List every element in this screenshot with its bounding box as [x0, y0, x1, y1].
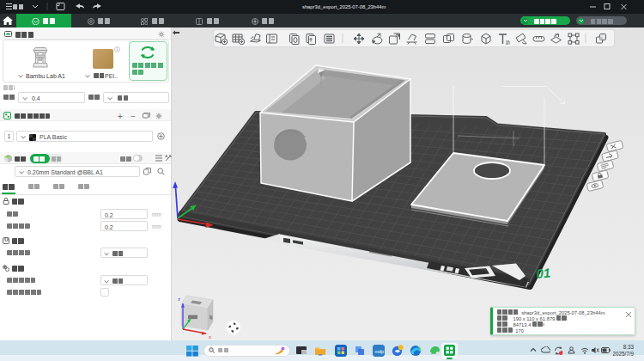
svg-text:x: x [209, 334, 211, 340]
svg-text:01: 01 [536, 265, 551, 281]
svg-text:a: a [506, 40, 508, 45]
svg-text:z: z [178, 297, 180, 302]
svg-text:mdp: mdp [374, 349, 384, 354]
